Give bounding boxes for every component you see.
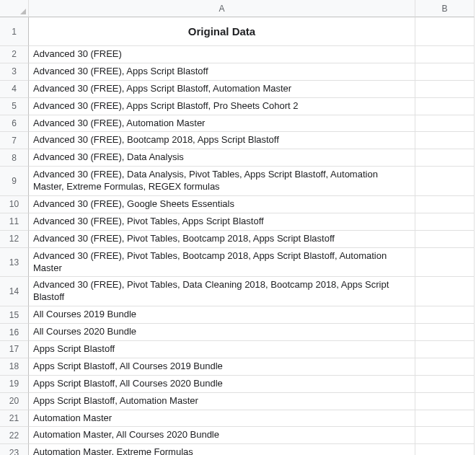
- row-header[interactable]: 5: [0, 98, 29, 115]
- row-header[interactable]: 4: [0, 81, 29, 98]
- data-cell[interactable]: Advanced 30 (FREE), Pivot Tables, Data C…: [29, 277, 415, 306]
- data-cell[interactable]: Apps Script Blastoff, All Courses 2019 B…: [29, 358, 415, 376]
- data-cell[interactable]: Advanced 30 (FREE), Bootcamp 2018, Apps …: [29, 132, 415, 149]
- row-header[interactable]: 10: [0, 196, 29, 213]
- row-header[interactable]: 18: [0, 358, 29, 376]
- column-header-a[interactable]: A: [29, 0, 415, 17]
- row-header[interactable]: 9: [0, 167, 29, 196]
- empty-cell[interactable]: [415, 341, 475, 358]
- data-cell[interactable]: Advanced 30 (FREE), Pivot Tables, Bootca…: [29, 248, 415, 278]
- data-cell[interactable]: Advanced 30 (FREE), Apps Script Blastoff: [29, 63, 415, 81]
- data-cell[interactable]: Advanced 30 (FREE), Pivot Tables, Apps S…: [29, 213, 415, 231]
- row-header[interactable]: 1: [0, 17, 29, 46]
- empty-cell[interactable]: [415, 213, 475, 231]
- select-all-corner[interactable]: [0, 0, 29, 17]
- data-cell[interactable]: Apps Script Blastoff: [29, 341, 415, 358]
- empty-cell[interactable]: [415, 149, 475, 167]
- title-cell[interactable]: Original Data: [29, 17, 415, 46]
- row-header[interactable]: 13: [0, 248, 29, 278]
- row-header[interactable]: 7: [0, 132, 29, 149]
- row-header[interactable]: 2: [0, 46, 29, 63]
- data-cell[interactable]: Advanced 30 (FREE), Data Analysis, Pivot…: [29, 167, 415, 196]
- row-header[interactable]: 14: [0, 277, 29, 306]
- row-header[interactable]: 23: [0, 444, 29, 455]
- data-cell[interactable]: Advanced 30 (FREE), Pivot Tables, Bootca…: [29, 231, 415, 248]
- empty-cell[interactable]: [415, 410, 475, 428]
- empty-cell[interactable]: [415, 132, 475, 149]
- data-cell[interactable]: Automation Master, All Courses 2020 Bund…: [29, 427, 415, 444]
- data-cell[interactable]: Advanced 30 (FREE), Apps Script Blastoff…: [29, 98, 415, 115]
- data-cell[interactable]: Advanced 30 (FREE): [29, 46, 415, 63]
- empty-cell[interactable]: [415, 98, 475, 115]
- row-header[interactable]: 21: [0, 410, 29, 428]
- empty-cell[interactable]: [415, 231, 475, 248]
- row-header[interactable]: 19: [0, 376, 29, 393]
- row-header[interactable]: 11: [0, 213, 29, 231]
- data-cell[interactable]: Advanced 30 (FREE), Apps Script Blastoff…: [29, 81, 415, 98]
- empty-cell[interactable]: [415, 306, 475, 324]
- empty-cell[interactable]: [415, 248, 475, 278]
- empty-cell[interactable]: [415, 17, 475, 46]
- empty-cell[interactable]: [415, 167, 475, 196]
- empty-cell[interactable]: [415, 115, 475, 133]
- data-cell[interactable]: Apps Script Blastoff, Automation Master: [29, 393, 415, 410]
- row-header[interactable]: 15: [0, 306, 29, 324]
- empty-cell[interactable]: [415, 393, 475, 410]
- empty-cell[interactable]: [415, 324, 475, 341]
- empty-cell[interactable]: [415, 277, 475, 306]
- data-cell[interactable]: Advanced 30 (FREE), Automation Master: [29, 115, 415, 133]
- data-cell[interactable]: All Courses 2019 Bundle: [29, 306, 415, 324]
- empty-cell[interactable]: [415, 444, 475, 455]
- row-header[interactable]: 22: [0, 427, 29, 444]
- row-header[interactable]: 3: [0, 63, 29, 81]
- data-cell[interactable]: Automation Master, Extreme Formulas: [29, 444, 415, 455]
- empty-cell[interactable]: [415, 427, 475, 444]
- empty-cell[interactable]: [415, 358, 475, 376]
- data-cell[interactable]: Advanced 30 (FREE), Google Sheets Essent…: [29, 196, 415, 213]
- empty-cell[interactable]: [415, 63, 475, 81]
- row-header[interactable]: 12: [0, 231, 29, 248]
- data-cell[interactable]: Advanced 30 (FREE), Data Analysis: [29, 149, 415, 167]
- row-header[interactable]: 20: [0, 393, 29, 410]
- row-header[interactable]: 6: [0, 115, 29, 133]
- row-header[interactable]: 16: [0, 324, 29, 341]
- row-header[interactable]: 8: [0, 149, 29, 167]
- empty-cell[interactable]: [415, 196, 475, 213]
- data-cell[interactable]: Apps Script Blastoff, All Courses 2020 B…: [29, 376, 415, 393]
- empty-cell[interactable]: [415, 81, 475, 98]
- empty-cell[interactable]: [415, 46, 475, 63]
- column-header-b[interactable]: B: [415, 0, 475, 17]
- empty-cell[interactable]: [415, 376, 475, 393]
- data-cell[interactable]: All Courses 2020 Bundle: [29, 324, 415, 341]
- row-header[interactable]: 17: [0, 341, 29, 358]
- data-cell[interactable]: Automation Master: [29, 410, 415, 428]
